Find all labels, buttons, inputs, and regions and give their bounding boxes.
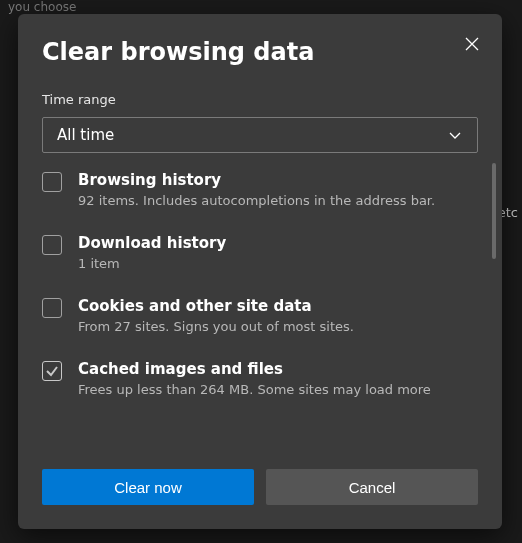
time-range-select[interactable]: All time	[42, 117, 478, 153]
close-button[interactable]	[458, 30, 486, 58]
option-cached-files: Cached images and files Frees up less th…	[42, 360, 460, 397]
dialog-footer: Clear now Cancel	[18, 449, 502, 529]
clear-browsing-data-dialog: Clear browsing data Time range All time …	[18, 14, 502, 529]
option-browsing-history: Browsing history 92 items. Includes auto…	[42, 171, 460, 208]
option-subtitle: 1 item	[78, 256, 226, 271]
option-download-history: Download history 1 item	[42, 234, 460, 271]
dialog-header: Clear browsing data Time range All time	[18, 14, 502, 153]
option-title: Cookies and other site data	[78, 297, 354, 315]
dialog-title: Clear browsing data	[42, 38, 478, 66]
checkbox-cached-files[interactable]	[42, 361, 62, 381]
time-range-value: All time	[57, 126, 114, 144]
close-icon	[464, 36, 480, 52]
checkbox-download-history[interactable]	[42, 235, 62, 255]
scrollbar-thumb[interactable]	[492, 163, 496, 259]
checkbox-cookies[interactable]	[42, 298, 62, 318]
option-subtitle: 92 items. Includes autocompletions in th…	[78, 193, 435, 208]
option-cookies: Cookies and other site data From 27 site…	[42, 297, 460, 334]
option-subtitle: From 27 sites. Signs you out of most sit…	[78, 319, 354, 334]
time-range-label: Time range	[42, 92, 478, 107]
clear-now-button[interactable]: Clear now	[42, 469, 254, 505]
option-title: Browsing history	[78, 171, 435, 189]
option-subtitle: Frees up less than 264 MB. Some sites ma…	[78, 382, 431, 397]
chevron-down-icon	[447, 127, 463, 143]
checkbox-browsing-history[interactable]	[42, 172, 62, 192]
options-list: Browsing history 92 items. Includes auto…	[18, 153, 502, 449]
option-title: Cached images and files	[78, 360, 431, 378]
background-text: you choose	[8, 0, 76, 14]
cancel-button[interactable]: Cancel	[266, 469, 478, 505]
option-title: Download history	[78, 234, 226, 252]
